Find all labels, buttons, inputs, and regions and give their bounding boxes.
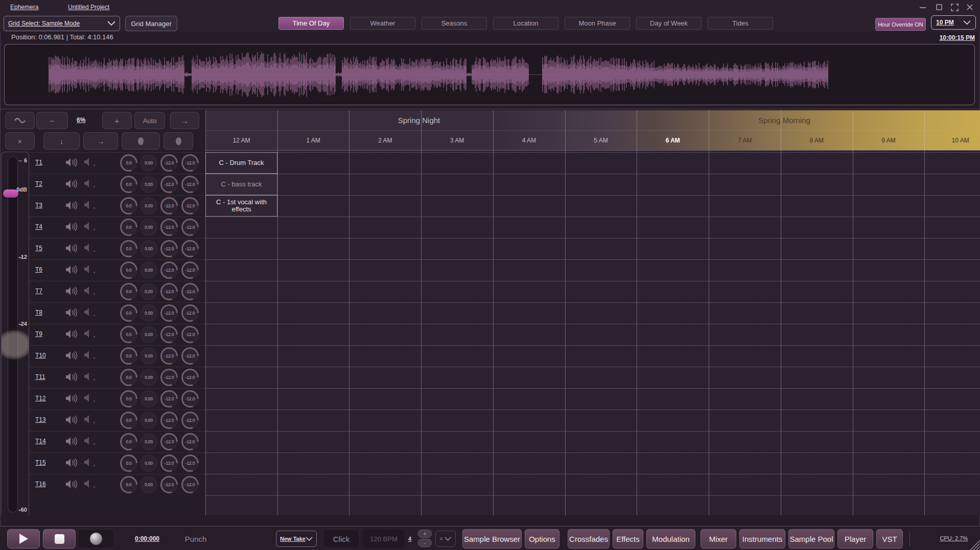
track-label[interactable]: T8 bbox=[35, 309, 42, 316]
player-button[interactable]: Player bbox=[837, 529, 873, 548]
zoom-in-button[interactable]: + bbox=[102, 112, 132, 129]
send-a-knob[interactable]: -12.0 bbox=[160, 412, 178, 429]
tempo-sync-dropdown[interactable]: = bbox=[435, 531, 456, 547]
hour-select-dropdown[interactable]: 10 PM bbox=[931, 15, 976, 30]
sample-pool-button[interactable]: Sample Pool bbox=[788, 529, 834, 548]
pan-knob[interactable]: 0.00 bbox=[140, 390, 157, 408]
tab-tides[interactable]: Tides bbox=[708, 17, 773, 30]
tab-time-of-day[interactable]: Time Of Day bbox=[278, 17, 344, 30]
speaker-low-icon[interactable] bbox=[83, 436, 91, 445]
crossfades-button[interactable]: Crossfades bbox=[568, 529, 610, 548]
volume-knob[interactable]: 0.0 bbox=[120, 390, 137, 408]
mixer-button[interactable]: Mixer bbox=[701, 529, 736, 548]
click-button[interactable]: Click bbox=[323, 529, 360, 548]
speaker-low-icon[interactable] bbox=[83, 479, 91, 488]
speaker-low-icon[interactable] bbox=[83, 200, 91, 209]
tool-oval-a-button[interactable] bbox=[122, 132, 160, 150]
zoom-level-label[interactable]: 6% bbox=[77, 116, 85, 124]
speaker-loud-icon[interactable] bbox=[65, 372, 77, 382]
zoom-fit-button[interactable] bbox=[5, 112, 35, 129]
volume-knob[interactable]: 0.0 bbox=[120, 476, 137, 493]
send-a-knob[interactable]: -12.0 bbox=[160, 347, 178, 365]
track-label[interactable]: T7 bbox=[35, 288, 42, 295]
pan-knob[interactable]: 0.00 bbox=[140, 326, 157, 343]
tab-weather[interactable]: Weather bbox=[350, 17, 415, 30]
track-label[interactable]: T14 bbox=[35, 438, 46, 445]
pan-knob[interactable]: 0.00 bbox=[140, 455, 157, 472]
pan-knob[interactable]: 0.00 bbox=[140, 433, 157, 450]
speaker-loud-icon[interactable] bbox=[65, 350, 77, 361]
send-a-knob[interactable]: -12.0 bbox=[160, 219, 178, 236]
speaker-loud-icon[interactable] bbox=[65, 458, 77, 468]
speaker-low-icon[interactable] bbox=[83, 329, 91, 338]
tool-oval-b-button[interactable] bbox=[164, 132, 193, 150]
pan-knob[interactable]: 0.00 bbox=[140, 412, 157, 429]
speaker-loud-icon[interactable] bbox=[65, 307, 77, 318]
send-a-knob[interactable]: -12.0 bbox=[160, 390, 178, 408]
send-a-knob[interactable]: -12.0 bbox=[160, 261, 178, 279]
send-a-knob[interactable]: -12.0 bbox=[160, 476, 178, 493]
clip-c-bass-track[interactable]: C - bass track bbox=[205, 174, 277, 195]
speaker-loud-icon[interactable] bbox=[65, 243, 77, 253]
track-label[interactable]: T3 bbox=[35, 202, 42, 209]
track-label[interactable]: T9 bbox=[35, 330, 42, 338]
volume-knob[interactable]: 0.0 bbox=[120, 154, 137, 172]
volume-knob[interactable]: 0.0 bbox=[120, 197, 137, 214]
speaker-loud-icon[interactable] bbox=[65, 157, 77, 168]
project-name[interactable]: Untitled Project bbox=[68, 4, 109, 11]
minimize-icon[interactable] bbox=[917, 3, 929, 12]
track-label[interactable]: T5 bbox=[35, 245, 42, 252]
close-icon[interactable] bbox=[964, 3, 976, 12]
volume-knob[interactable]: 0.0 bbox=[120, 369, 137, 386]
pan-knob[interactable]: 0.00 bbox=[140, 261, 157, 279]
volume-knob[interactable]: 0.0 bbox=[120, 326, 137, 343]
send-b-knob[interactable]: -12.0 bbox=[181, 455, 199, 472]
play-button[interactable] bbox=[7, 529, 40, 548]
volume-knob[interactable]: 0.0 bbox=[120, 455, 137, 472]
send-a-knob[interactable]: -12.0 bbox=[160, 369, 178, 386]
options-button[interactable]: Options bbox=[525, 529, 559, 548]
app-menu[interactable]: Ephemera bbox=[10, 4, 38, 11]
move-right-button[interactable]: → bbox=[83, 132, 118, 150]
pan-knob[interactable]: 0.00 bbox=[140, 154, 157, 172]
pan-knob[interactable]: 0.00 bbox=[140, 219, 157, 236]
send-b-knob[interactable]: -12.0 bbox=[181, 240, 199, 257]
track-label[interactable]: T11 bbox=[35, 373, 45, 380]
instruments-button[interactable]: Instruments bbox=[739, 529, 785, 548]
speaker-loud-icon[interactable] bbox=[65, 479, 77, 489]
waveform-overview[interactable] bbox=[4, 44, 975, 105]
speaker-low-icon[interactable] bbox=[83, 286, 91, 295]
track-label[interactable]: T1 bbox=[35, 159, 42, 166]
clip-c-drum-track[interactable]: C - Drum Track bbox=[205, 152, 277, 174]
speaker-low-icon[interactable] bbox=[83, 265, 91, 274]
move-down-button[interactable]: ↓ bbox=[43, 132, 80, 150]
tab-location[interactable]: Location bbox=[493, 17, 558, 30]
track-label[interactable]: T6 bbox=[35, 266, 42, 273]
grid-select-dropdown[interactable]: Grid Select: Sample Mode bbox=[4, 16, 120, 31]
track-label[interactable]: T15 bbox=[35, 459, 46, 466]
speaker-loud-icon[interactable] bbox=[65, 179, 77, 189]
clip-c-1st-vocal-with-effects[interactable]: C - 1st vocal with effects bbox=[205, 195, 277, 217]
speaker-low-icon[interactable] bbox=[83, 350, 91, 360]
send-b-knob[interactable]: -12.0 bbox=[181, 261, 199, 279]
speaker-loud-icon[interactable] bbox=[65, 222, 77, 232]
speaker-loud-icon[interactable] bbox=[65, 393, 77, 403]
beats-value[interactable]: 4 bbox=[405, 536, 414, 542]
modulation-button[interactable]: Modulation bbox=[646, 529, 695, 548]
speaker-loud-icon[interactable] bbox=[65, 436, 77, 446]
speaker-low-icon[interactable] bbox=[83, 458, 91, 467]
volume-knob[interactable]: 0.0 bbox=[120, 283, 137, 300]
track-label[interactable]: T4 bbox=[35, 223, 42, 230]
pan-knob[interactable]: 0.00 bbox=[140, 304, 157, 322]
speaker-low-icon[interactable] bbox=[83, 157, 91, 166]
send-a-knob[interactable]: -12.0 bbox=[160, 240, 178, 257]
volume-knob[interactable]: 0.0 bbox=[120, 304, 137, 322]
volume-knob[interactable]: 0.0 bbox=[120, 219, 137, 236]
grid-body[interactable] bbox=[205, 150, 980, 515]
zoom-out-button[interactable]: − bbox=[36, 112, 68, 129]
vst-button[interactable]: VST bbox=[876, 529, 903, 548]
speaker-low-icon[interactable] bbox=[83, 307, 91, 317]
stop-button[interactable] bbox=[43, 529, 76, 548]
send-b-knob[interactable]: -12.0 bbox=[181, 433, 199, 450]
track-label[interactable]: T13 bbox=[35, 416, 46, 423]
